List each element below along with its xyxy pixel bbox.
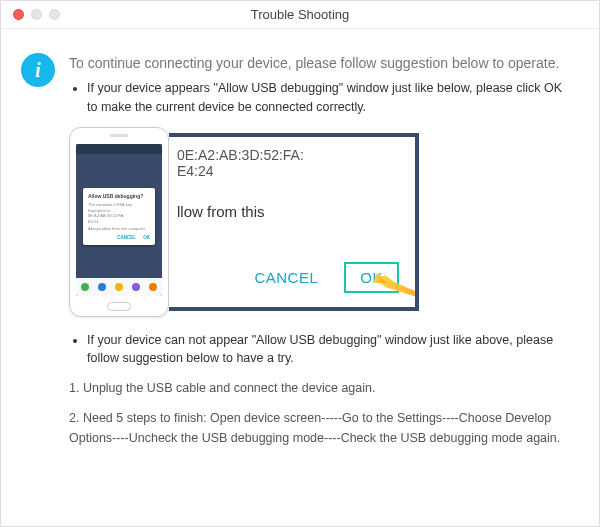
instruction-list-2: If your device can not appear "Allow USB… — [69, 331, 569, 369]
instruction-item-1: If your device appears "Allow USB debugg… — [87, 79, 569, 117]
usb-debug-popup: Allow USB debugging? The computer's RSA … — [83, 188, 155, 245]
zoom-inner: 0E:A2:AB:3D:52:FA: E4:24 llow from this — [169, 137, 415, 266]
troubleshoot-window: Trouble Shooting i To continue connectin… — [0, 0, 600, 527]
instruction-list: If your device appears "Allow USB debugg… — [69, 79, 569, 117]
phone-speaker — [110, 134, 128, 137]
cancel-button[interactable]: CANCEL — [254, 269, 318, 286]
zoom-actions: CANCEL OK — [254, 262, 399, 293]
phone-statusbar — [76, 144, 162, 154]
allow-text-partial: llow from this — [177, 203, 403, 220]
popup-cancel: CANCEL — [117, 235, 136, 240]
step-1: 1. Unplug the USB cable and connect the … — [69, 378, 569, 398]
nav-icon — [149, 283, 157, 291]
fingerprint-line: 0E:A2:AB:3D:52:FA: — [177, 147, 403, 163]
ok-button[interactable]: OK — [344, 262, 399, 293]
phone-mockup: Allow USB debugging? The computer's RSA … — [69, 127, 169, 317]
zoom-dialog: 0E:A2:AB:3D:52:FA: E4:24 llow from this … — [169, 133, 419, 311]
nav-icon — [81, 283, 89, 291]
fingerprint-line: E4:24 — [177, 163, 403, 179]
dialog-body: i To continue connecting your device, pl… — [1, 29, 599, 478]
steps-block: 1. Unplug the USB cable and connect the … — [69, 378, 569, 448]
phone-navbar — [76, 278, 162, 296]
popup-ok: OK — [143, 235, 150, 240]
popup-check: Always allow from this computer — [88, 226, 150, 232]
phone-home-button — [107, 302, 131, 311]
nav-icon — [98, 283, 106, 291]
window-controls — [13, 9, 60, 20]
maximize-icon[interactable] — [49, 9, 60, 20]
nav-icon — [132, 283, 140, 291]
lead-text: To continue connecting your device, plea… — [69, 55, 569, 71]
popup-title: Allow USB debugging? — [88, 193, 150, 201]
nav-icon — [115, 283, 123, 291]
info-icon: i — [21, 53, 55, 87]
window-title: Trouble Shooting — [251, 7, 350, 22]
titlebar: Trouble Shooting — [1, 1, 599, 29]
popup-line: E4:24 — [88, 219, 150, 225]
popup-actions: CANCEL OK — [88, 235, 150, 242]
minimize-icon[interactable] — [31, 9, 42, 20]
illustration-row: Allow USB debugging? The computer's RSA … — [69, 127, 569, 317]
step-2: 2. Need 5 steps to finish: Open device s… — [69, 408, 569, 448]
content-area: To continue connecting your device, plea… — [69, 47, 569, 458]
phone-screen: Allow USB debugging? The computer's RSA … — [76, 144, 162, 296]
close-icon[interactable] — [13, 9, 24, 20]
instruction-item-2: If your device can not appear "Allow USB… — [87, 331, 569, 369]
